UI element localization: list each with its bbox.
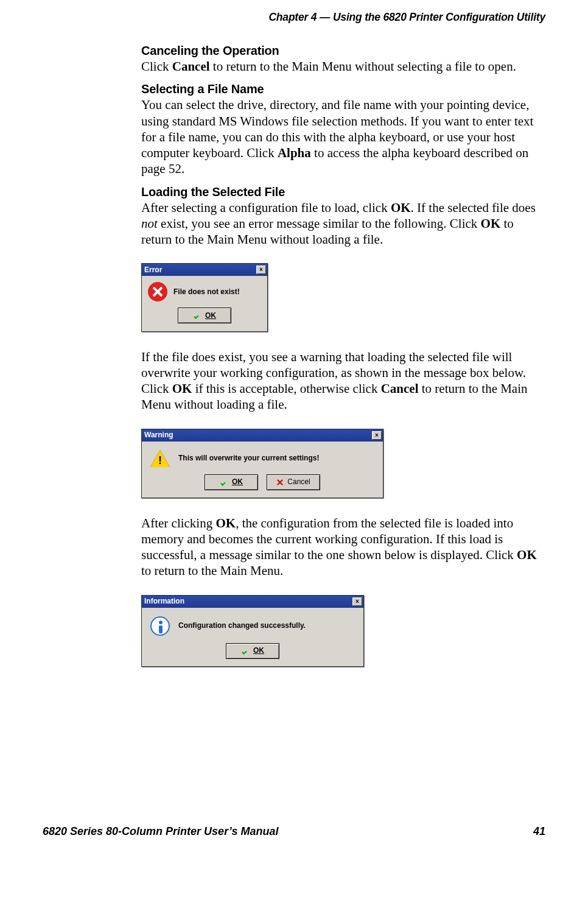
page-number: 41 bbox=[533, 825, 545, 838]
ok-button[interactable]: OK bbox=[178, 308, 231, 323]
check-icon bbox=[220, 478, 228, 487]
cancel-button[interactable]: Cancel bbox=[267, 474, 320, 490]
para-loading-1: After selecting a configuration file to … bbox=[141, 200, 545, 248]
dialog-error-buttons: OK bbox=[142, 305, 267, 331]
body-content: Canceling the Operation Click Cancel to … bbox=[141, 43, 545, 673]
close-icon[interactable]: × bbox=[352, 597, 362, 606]
footer-title: 6820 Series 80-Column Printer User’s Man… bbox=[43, 825, 279, 838]
dialog-error: Error × File does not exist! OK bbox=[141, 263, 268, 331]
check-icon bbox=[241, 647, 250, 655]
warning-icon bbox=[150, 450, 170, 467]
running-footer: 6820 Series 80-Column Printer User’s Man… bbox=[43, 825, 545, 838]
heading-loading-file: Loading the Selected File bbox=[141, 185, 545, 200]
dialog-error-body: File does not exist! bbox=[142, 276, 267, 305]
heading-canceling: Canceling the Operation bbox=[141, 43, 545, 58]
dialog-info-message: Configuration changed successfully. bbox=[178, 621, 306, 630]
chapter-title: Using the 6820 Printer Configuration Uti… bbox=[333, 11, 545, 23]
para-loading-3: After clicking OK, the configuration fro… bbox=[141, 515, 545, 579]
para-canceling: Click Cancel to return to the Main Menu … bbox=[141, 58, 545, 74]
ok-button[interactable]: OK bbox=[226, 643, 279, 659]
dialog-error-title: Error bbox=[144, 266, 162, 275]
error-icon bbox=[148, 282, 167, 301]
bold-cancel: Cancel bbox=[172, 59, 210, 74]
dialog-warning-message: This will overwrite your current setting… bbox=[178, 454, 319, 463]
para-selecting-file: You can select the drive, directory, and… bbox=[141, 97, 545, 177]
ok-button[interactable]: OK bbox=[205, 474, 258, 490]
dialog-info-titlebar: Information × bbox=[142, 596, 363, 608]
dialog-info-buttons: OK bbox=[142, 641, 363, 666]
close-icon[interactable]: × bbox=[256, 266, 266, 274]
dialog-warning-buttons: OK Cancel bbox=[142, 472, 383, 498]
dialog-error-message: File does not exist! bbox=[173, 287, 240, 297]
info-icon bbox=[150, 616, 170, 636]
bold-alpha: Alpha bbox=[278, 146, 311, 160]
italic-not: not bbox=[141, 216, 158, 231]
dialog-info-title: Information bbox=[144, 597, 184, 606]
dialog-warning-titlebar: Warning × bbox=[142, 429, 383, 442]
dialog-info-body: Configuration changed successfully. bbox=[142, 608, 363, 641]
document-page: Chapter 4 — Using the 6820 Printer Confi… bbox=[0, 0, 588, 862]
dialog-info: Information × Configuration changed succ… bbox=[141, 595, 364, 667]
x-icon bbox=[276, 479, 284, 486]
dialog-warning: Warning × This will overwrite your curre… bbox=[141, 429, 383, 498]
chapter-prefix: Chapter 4 — bbox=[268, 11, 333, 23]
dialog-warning-body: This will overwrite your current setting… bbox=[142, 442, 383, 472]
dialog-warning-title: Warning bbox=[144, 431, 173, 440]
check-icon bbox=[193, 311, 201, 320]
heading-selecting-file: Selecting a File Name bbox=[141, 82, 545, 97]
para-loading-2: If the file does exist, you see a warnin… bbox=[141, 349, 545, 413]
dialog-error-titlebar: Error × bbox=[142, 264, 267, 276]
close-icon[interactable]: × bbox=[372, 431, 382, 440]
running-header: Chapter 4 — Using the 6820 Printer Confi… bbox=[43, 0, 545, 40]
